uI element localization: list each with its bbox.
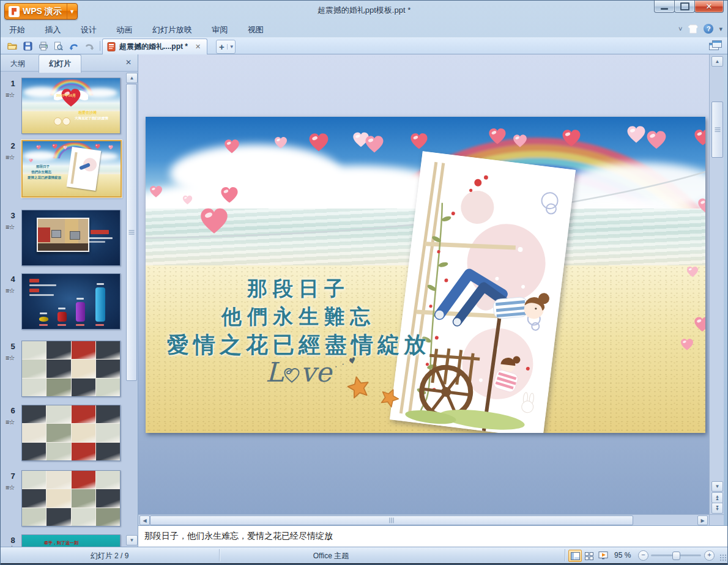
redo-icon [84,42,94,50]
photo-collage [22,341,120,396]
open-button[interactable] [7,40,18,52]
title-bar: WPS 演示 ▼ 超震撼的婚礼ppt模板.ppt * ✕ [1,1,727,21]
notes-pane[interactable]: 那段日子，他们永生难忘，爱情之花已经尽情绽放 [138,525,728,547]
animation-indicator-icon[interactable]: ≡☆ [6,91,20,99]
save-button[interactable] [22,40,34,52]
skin-theme-icon[interactable] [688,24,698,34]
panel-scrollbar-thumb[interactable] [126,84,137,381]
slide-thumbnail-5[interactable]: 5 ≡☆ [1,341,124,397]
zoom-slider-thumb[interactable] [672,552,680,560]
animation-indicator-icon[interactable]: ≡☆ [6,223,20,231]
slide-thumbnail-6[interactable]: 6 ≡☆ [1,405,124,461]
photo-collage [22,405,120,460]
panel-close-icon[interactable]: ✕ [125,58,132,67]
slide-editing-surface[interactable]: 那段日子 他們永生難忘 愛情之花已經盡情綻放 [146,117,705,433]
minimize-button[interactable] [654,1,675,13]
menu-bar: 开始 插入 设计 动画 幻灯片放映 审阅 视图 ˅ ? ▾ [1,21,727,37]
thumb2-line2: 他們永生難忘 [31,170,51,174]
menu-animation[interactable]: 动画 [108,21,141,39]
maximize-button[interactable] [674,1,695,13]
normal-view-button[interactable] [568,550,582,562]
undo-button[interactable] [68,40,80,52]
menu-slideshow[interactable]: 幻灯片放映 [144,21,201,39]
help-dropdown-icon[interactable]: ▾ [719,25,722,33]
document-title: 超震撼的婚礼ppt模板.ppt * [1,5,727,16]
slide-thumbnail-3[interactable]: 3 ≡☆ [1,210,124,266]
slide-sorter-view-button[interactable] [582,550,596,562]
collapse-ribbon-icon[interactable]: ˅ [678,25,682,32]
slide-number: 3 [7,211,19,220]
document-tab-bar: ▼ 超震撼的婚礼....ppt * ✕ +▼ [1,37,727,54]
slide-thumbnail-8[interactable]: 8 ≡☆ 牵手，到了这一刻 [1,534,124,547]
theme-name[interactable]: Office 主题 [264,551,398,561]
print-preview-button[interactable] [53,40,64,52]
slide-thumbnail-1[interactable]: 1 ≡☆ 2007年10月 相爱在沙滩 大海见证了他们的爱情 [1,78,124,134]
animation-indicator-icon[interactable]: ≡☆ [6,153,20,161]
slide-number: 5 [7,342,19,351]
photo-collage [22,471,120,526]
toolbar-separator [100,41,100,51]
zoom-slider-track[interactable] [651,555,701,556]
close-icon: ✕ [706,2,713,11]
animation-indicator-icon[interactable]: ≡☆ [6,354,20,362]
status-bar: 幻灯片 2 / 9 Office 主题 95 % − + [1,547,728,563]
zoom-out-button[interactable]: − [638,550,648,561]
animation-indicator-icon[interactable]: ≡☆ [6,484,20,492]
tab-slides[interactable]: 幻灯片 [39,54,81,73]
tab-outline[interactable]: 大纲 [1,55,35,73]
slide-thumbnail-2-selected[interactable]: 2 ≡☆ 那段 [1,140,124,199]
slide-title-textbox[interactable]: 那段日子 他們永生難忘 愛情之花已經盡情綻放 [146,275,451,359]
scroll-up-button[interactable]: ▲ [711,56,723,67]
slideshow-button[interactable] [596,550,610,562]
animation-indicator-icon[interactable]: ≡☆ [6,418,20,426]
zoom-in-button[interactable]: + [704,550,715,561]
editing-canvas[interactable]: 那段日子 他們永生難忘 愛情之花已經盡情綻放 [138,54,709,514]
scroll-down-button[interactable]: ▼ [711,481,723,492]
help-icon[interactable]: ? [704,24,713,34]
signature-l: L [266,356,283,388]
tab-close-icon[interactable]: ✕ [194,43,202,51]
scroll-right-button[interactable]: ▶ [697,515,708,525]
starfish-icon [346,374,372,401]
panel-tabs: 大纲幻灯片 ✕ [1,54,138,72]
vscrollbar-thumb[interactable] [711,102,723,158]
panel-scroll-up-button[interactable]: ▲ [126,73,138,83]
undo-icon [69,42,79,50]
menu-review[interactable]: 审阅 [203,21,236,39]
main-area: 那段日子 他們永生難忘 愛情之花已經盡情綻放 [138,54,728,547]
minimize-icon [661,8,668,10]
window-resize-grip[interactable] [719,554,727,561]
redo-button[interactable] [83,40,95,52]
slide-counter: 幻灯片 2 / 9 [1,551,218,561]
print-button[interactable] [37,40,49,52]
thumb1-caption1: 相爱在沙滩 [78,110,97,116]
menu-view[interactable]: 视图 [239,21,272,39]
slide-thumbnail-4[interactable]: 4 ≡☆ [1,273,124,330]
folder-icon [7,42,18,50]
menu-design[interactable]: 设计 [72,21,105,39]
slide-thumbnail-7[interactable]: 7 ≡☆ [1,470,124,526]
new-tab-dropdown-icon[interactable]: ▼ [227,44,236,50]
new-tab-button[interactable]: +▼ [216,40,236,54]
document-tab[interactable]: 超震撼的婚礼....ppt * ✕ [102,39,207,54]
menu-home[interactable]: 开始 [1,21,34,39]
zoom-percentage: 95 % [614,551,631,559]
animation-indicator-icon[interactable]: ≡☆ [6,287,20,295]
normal-view-icon [571,552,580,560]
document-tab-label: 超震撼的婚礼....ppt * [119,42,188,52]
panel-scroll-down-button[interactable]: ▼ [126,535,138,545]
thumb2-line1: 那段日子 [36,164,50,169]
thumb1-date: 2007年10月 [56,93,76,98]
close-button[interactable]: ✕ [694,1,724,13]
slide-number: 7 [7,471,19,481]
previous-slide-button[interactable]: ▲▲ [711,492,723,503]
slide-text-line2: 他們永生難忘 [146,303,451,331]
signature-ve: ve [300,356,332,388]
scroll-left-button[interactable]: ◀ [139,515,150,525]
menu-insert[interactable]: 插入 [36,21,69,39]
slide-text-line1: 那段日子 [146,275,451,303]
next-slide-button[interactable]: ▼▼ [711,503,723,514]
hscrollbar-thumb[interactable] [150,515,633,525]
arrange-windows-icon[interactable] [709,40,722,51]
slide-sorter-icon [585,552,593,560]
